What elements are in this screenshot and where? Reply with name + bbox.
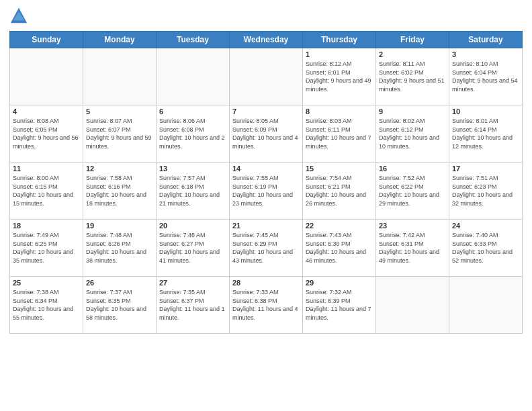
day-cell: 29Sunrise: 7:32 AM Sunset: 6:39 PM Dayli… xyxy=(303,277,376,334)
day-cell: 17Sunrise: 7:51 AM Sunset: 6:23 PM Dayli… xyxy=(449,163,523,220)
day-info: Sunrise: 8:06 AM Sunset: 6:08 PM Dayligh… xyxy=(159,117,226,150)
day-number: 6 xyxy=(159,107,226,116)
day-cell: 24Sunrise: 7:40 AM Sunset: 6:33 PM Dayli… xyxy=(449,220,523,277)
day-cell: 4Sunrise: 8:08 AM Sunset: 6:05 PM Daylig… xyxy=(10,105,83,163)
day-cell: 8Sunrise: 8:03 AM Sunset: 6:11 PM Daylig… xyxy=(303,105,376,163)
day-info: Sunrise: 7:55 AM Sunset: 6:19 PM Dayligh… xyxy=(232,174,300,208)
day-cell: 28Sunrise: 7:33 AM Sunset: 6:38 PM Dayli… xyxy=(230,277,303,334)
day-cell xyxy=(83,48,157,105)
day-info: Sunrise: 8:12 AM Sunset: 6:01 PM Dayligh… xyxy=(306,60,373,93)
day-number: 4 xyxy=(13,107,80,116)
page: SundayMondayTuesdayWednesdayThursdayFrid… xyxy=(0,0,532,411)
day-cell: 19Sunrise: 7:48 AM Sunset: 6:26 PM Dayli… xyxy=(83,220,157,277)
day-info: Sunrise: 8:08 AM Sunset: 6:05 PM Dayligh… xyxy=(13,117,80,150)
day-number: 12 xyxy=(86,165,153,173)
day-info: Sunrise: 7:54 AM Sunset: 6:21 PM Dayligh… xyxy=(306,174,373,208)
day-number: 10 xyxy=(452,107,519,116)
day-number: 29 xyxy=(306,279,373,287)
day-info: Sunrise: 8:10 AM Sunset: 6:04 PM Dayligh… xyxy=(452,60,519,93)
calendar-table: SundayMondayTuesdayWednesdayThursdayFrid… xyxy=(9,31,523,334)
day-cell: 5Sunrise: 8:07 AM Sunset: 6:07 PM Daylig… xyxy=(83,105,157,163)
day-cell: 3Sunrise: 8:10 AM Sunset: 6:04 PM Daylig… xyxy=(449,48,523,105)
day-number: 28 xyxy=(232,279,300,287)
day-cell xyxy=(449,277,523,334)
day-cell: 10Sunrise: 8:01 AM Sunset: 6:14 PM Dayli… xyxy=(449,105,523,163)
day-cell: 6Sunrise: 8:06 AM Sunset: 6:08 PM Daylig… xyxy=(157,105,230,163)
day-cell: 9Sunrise: 8:02 AM Sunset: 6:12 PM Daylig… xyxy=(376,105,449,163)
day-info: Sunrise: 8:00 AM Sunset: 6:15 PM Dayligh… xyxy=(13,174,80,208)
day-number: 25 xyxy=(13,279,80,287)
day-cell: 27Sunrise: 7:35 AM Sunset: 6:37 PM Dayli… xyxy=(157,277,230,334)
day-cell: 26Sunrise: 7:37 AM Sunset: 6:35 PM Dayli… xyxy=(83,277,157,334)
day-number: 2 xyxy=(379,50,446,58)
day-cell: 21Sunrise: 7:45 AM Sunset: 6:29 PM Dayli… xyxy=(230,220,303,277)
day-number: 3 xyxy=(452,50,519,58)
day-cell xyxy=(230,48,303,105)
day-number: 8 xyxy=(306,107,373,116)
day-info: Sunrise: 7:51 AM Sunset: 6:23 PM Dayligh… xyxy=(452,174,519,208)
header-row: SundayMondayTuesdayWednesdayThursdayFrid… xyxy=(10,32,523,48)
header-cell-thursday: Thursday xyxy=(303,32,376,48)
day-info: Sunrise: 7:45 AM Sunset: 6:29 PM Dayligh… xyxy=(232,231,300,265)
logo-icon xyxy=(9,7,28,26)
header-cell-friday: Friday xyxy=(376,32,449,48)
day-info: Sunrise: 7:58 AM Sunset: 6:16 PM Dayligh… xyxy=(86,174,153,208)
day-number: 15 xyxy=(306,165,373,173)
day-cell: 11Sunrise: 8:00 AM Sunset: 6:15 PM Dayli… xyxy=(10,163,83,220)
day-number: 21 xyxy=(232,222,300,230)
week-row-3: 18Sunrise: 7:49 AM Sunset: 6:25 PM Dayli… xyxy=(10,220,523,277)
day-number: 11 xyxy=(13,165,80,173)
day-info: Sunrise: 8:05 AM Sunset: 6:09 PM Dayligh… xyxy=(232,117,300,150)
day-cell xyxy=(376,277,449,334)
day-info: Sunrise: 7:42 AM Sunset: 6:31 PM Dayligh… xyxy=(379,231,446,265)
day-info: Sunrise: 8:01 AM Sunset: 6:14 PM Dayligh… xyxy=(452,117,519,150)
week-row-2: 11Sunrise: 8:00 AM Sunset: 6:15 PM Dayli… xyxy=(10,163,523,220)
week-row-0: 1Sunrise: 8:12 AM Sunset: 6:01 PM Daylig… xyxy=(10,48,523,105)
day-info: Sunrise: 7:35 AM Sunset: 6:37 PM Dayligh… xyxy=(159,288,226,322)
day-number: 7 xyxy=(232,107,300,116)
day-number: 16 xyxy=(379,165,446,173)
day-number: 23 xyxy=(379,222,446,230)
day-info: Sunrise: 7:38 AM Sunset: 6:34 PM Dayligh… xyxy=(13,288,80,322)
header-cell-saturday: Saturday xyxy=(449,32,523,48)
day-cell: 14Sunrise: 7:55 AM Sunset: 6:19 PM Dayli… xyxy=(230,163,303,220)
day-number: 14 xyxy=(232,165,300,173)
day-cell: 15Sunrise: 7:54 AM Sunset: 6:21 PM Dayli… xyxy=(303,163,376,220)
day-number: 27 xyxy=(159,279,226,287)
day-number: 1 xyxy=(306,50,373,58)
day-number: 5 xyxy=(86,107,153,116)
day-cell: 13Sunrise: 7:57 AM Sunset: 6:18 PM Dayli… xyxy=(157,163,230,220)
day-cell: 16Sunrise: 7:52 AM Sunset: 6:22 PM Dayli… xyxy=(376,163,449,220)
day-number: 24 xyxy=(452,222,519,230)
day-info: Sunrise: 7:32 AM Sunset: 6:39 PM Dayligh… xyxy=(306,288,373,322)
day-info: Sunrise: 7:40 AM Sunset: 6:33 PM Dayligh… xyxy=(452,231,519,265)
day-cell: 2Sunrise: 8:11 AM Sunset: 6:02 PM Daylig… xyxy=(376,48,449,105)
logo xyxy=(9,7,31,26)
header-cell-tuesday: Tuesday xyxy=(157,32,230,48)
day-cell xyxy=(157,48,230,105)
day-info: Sunrise: 7:33 AM Sunset: 6:38 PM Dayligh… xyxy=(232,288,300,322)
day-info: Sunrise: 7:52 AM Sunset: 6:22 PM Dayligh… xyxy=(379,174,446,208)
day-info: Sunrise: 7:43 AM Sunset: 6:30 PM Dayligh… xyxy=(306,231,373,265)
day-info: Sunrise: 7:57 AM Sunset: 6:18 PM Dayligh… xyxy=(159,174,226,208)
day-info: Sunrise: 7:37 AM Sunset: 6:35 PM Dayligh… xyxy=(86,288,153,322)
day-info: Sunrise: 8:02 AM Sunset: 6:12 PM Dayligh… xyxy=(379,117,446,150)
day-info: Sunrise: 8:07 AM Sunset: 6:07 PM Dayligh… xyxy=(86,117,153,150)
day-number: 26 xyxy=(86,279,153,287)
day-info: Sunrise: 8:03 AM Sunset: 6:11 PM Dayligh… xyxy=(306,117,373,150)
header-cell-sunday: Sunday xyxy=(10,32,83,48)
day-cell: 7Sunrise: 8:05 AM Sunset: 6:09 PM Daylig… xyxy=(230,105,303,163)
day-cell: 18Sunrise: 7:49 AM Sunset: 6:25 PM Dayli… xyxy=(10,220,83,277)
day-info: Sunrise: 7:49 AM Sunset: 6:25 PM Dayligh… xyxy=(13,231,80,265)
day-cell: 22Sunrise: 7:43 AM Sunset: 6:30 PM Dayli… xyxy=(303,220,376,277)
day-cell: 20Sunrise: 7:46 AM Sunset: 6:27 PM Dayli… xyxy=(157,220,230,277)
day-number: 17 xyxy=(452,165,519,173)
day-cell: 12Sunrise: 7:58 AM Sunset: 6:16 PM Dayli… xyxy=(83,163,157,220)
day-number: 18 xyxy=(13,222,80,230)
day-cell: 1Sunrise: 8:12 AM Sunset: 6:01 PM Daylig… xyxy=(303,48,376,105)
day-cell: 25Sunrise: 7:38 AM Sunset: 6:34 PM Dayli… xyxy=(10,277,83,334)
day-info: Sunrise: 7:46 AM Sunset: 6:27 PM Dayligh… xyxy=(159,231,226,265)
day-number: 9 xyxy=(379,107,446,116)
day-cell xyxy=(10,48,83,105)
day-number: 19 xyxy=(86,222,153,230)
